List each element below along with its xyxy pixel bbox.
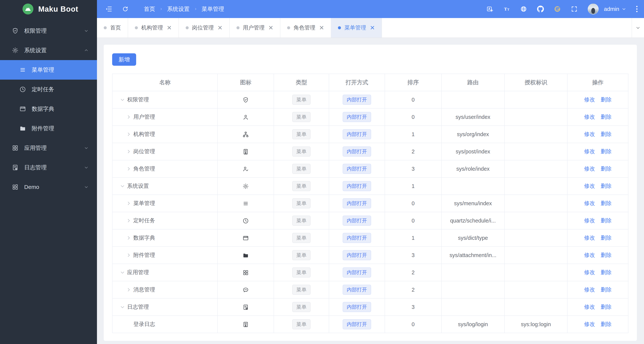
tab-首页[interactable]: 首页 xyxy=(97,18,128,38)
edit-link[interactable]: 修改 xyxy=(584,131,595,137)
delete-link[interactable]: 删除 xyxy=(601,286,612,292)
edit-link[interactable]: 修改 xyxy=(584,269,595,275)
edit-link[interactable]: 修改 xyxy=(584,97,595,103)
github-icon[interactable] xyxy=(537,6,544,13)
menu-name: 应用管理 xyxy=(127,269,149,276)
tab-dot xyxy=(287,26,290,29)
collapse-arrow-icon[interactable] xyxy=(120,97,125,103)
fullscreen-icon[interactable] xyxy=(571,6,578,13)
edit-link[interactable]: 修改 xyxy=(584,148,595,154)
sidebar-item-label: 附件管理 xyxy=(32,125,89,132)
breadcrumb-item[interactable]: 菜单管理 xyxy=(202,5,224,13)
delete-link[interactable]: 删除 xyxy=(601,97,612,103)
delete-link[interactable]: 删除 xyxy=(601,217,612,223)
expand-arrow-icon[interactable] xyxy=(126,252,132,258)
open-mode-tag: 内部打开 xyxy=(343,319,371,329)
log-doc-icon xyxy=(242,304,249,310)
tab-close-icon[interactable]: ✕ xyxy=(167,25,172,31)
refresh-icon[interactable] xyxy=(122,6,128,12)
edit-link[interactable]: 修改 xyxy=(584,286,595,292)
menu-icon xyxy=(242,200,249,207)
delete-link[interactable]: 删除 xyxy=(601,235,612,241)
edit-link[interactable]: 修改 xyxy=(584,252,595,258)
expand-arrow-icon[interactable] xyxy=(126,149,132,154)
tab-close-icon[interactable]: ✕ xyxy=(268,25,274,31)
delete-link[interactable]: 删除 xyxy=(601,200,612,206)
sidebar-item-app-grid[interactable]: 应用管理 xyxy=(0,138,97,158)
kebab-menu-icon[interactable] xyxy=(635,5,639,13)
tab-机构管理[interactable]: 机构管理✕ xyxy=(128,18,179,38)
edit-link[interactable]: 修改 xyxy=(584,217,595,223)
breadcrumb-item[interactable]: 系统设置 xyxy=(167,5,190,13)
edit-link[interactable]: 修改 xyxy=(584,235,595,241)
tab-用户管理[interactable]: 用户管理✕ xyxy=(230,18,280,38)
edit-link[interactable]: 修改 xyxy=(584,166,595,172)
expand-arrow-icon[interactable] xyxy=(126,166,132,172)
type-tag: 菜单 xyxy=(292,198,310,208)
tree-node: 数据字典 xyxy=(114,234,216,242)
edit-link[interactable]: 修改 xyxy=(584,200,595,206)
delete-link[interactable]: 删除 xyxy=(601,304,612,310)
main-column: 首页系统设置菜单管理 A TT xyxy=(97,0,644,344)
expand-arrow-icon[interactable] xyxy=(126,201,132,206)
expand-arrow-icon[interactable] xyxy=(126,287,132,292)
cell-route xyxy=(442,264,504,281)
edit-link[interactable]: 修改 xyxy=(584,183,595,189)
sidebar-item-clock[interactable]: 定时任务 xyxy=(0,80,97,99)
edit-link[interactable]: 修改 xyxy=(584,114,595,120)
font-size-icon[interactable]: TT xyxy=(503,6,510,13)
tab-角色管理[interactable]: 角色管理✕ xyxy=(280,18,331,38)
expand-arrow-icon[interactable] xyxy=(126,114,132,120)
expand-arrow-icon[interactable] xyxy=(126,131,132,137)
cell-name: 机构管理 xyxy=(112,126,218,143)
sidebar-item-gear[interactable]: 系统设置 xyxy=(0,41,97,60)
delete-link[interactable]: 删除 xyxy=(601,321,612,327)
tab-菜单管理[interactable]: 菜单管理✕ xyxy=(331,18,382,38)
org-tree-icon xyxy=(242,131,249,138)
collapse-arrow-icon[interactable] xyxy=(120,304,125,310)
sidebar-item-shield-check[interactable]: 权限管理 xyxy=(0,21,97,41)
collapse-arrow-icon[interactable] xyxy=(120,270,125,275)
delete-link[interactable]: 删除 xyxy=(601,252,612,258)
tab-close-icon[interactable]: ✕ xyxy=(319,25,324,31)
sidebar-item-folder[interactable]: 附件管理 xyxy=(0,119,97,138)
delete-link[interactable]: 删除 xyxy=(601,269,612,275)
menu-fold-icon[interactable] xyxy=(105,6,112,13)
sidebar-item-demo-grid[interactable]: Demo xyxy=(0,177,97,197)
sidebar-item-dict-table[interactable]: 数据字典 xyxy=(0,99,97,119)
sidebar-item-menu[interactable]: 菜单管理 xyxy=(0,60,97,80)
table-row: 数据字典菜单内部打开1sys/dict/type修改删除 xyxy=(112,229,628,247)
delete-link[interactable]: 删除 xyxy=(601,183,612,189)
translate-icon[interactable]: A xyxy=(486,6,493,13)
table-row: 消息管理菜单内部打开2修改删除 xyxy=(112,281,628,298)
cell-actions: 修改删除 xyxy=(567,195,628,212)
delete-link[interactable]: 删除 xyxy=(601,148,612,154)
globe-icon[interactable] xyxy=(520,6,527,13)
type-tag: 菜单 xyxy=(292,95,310,105)
edit-link[interactable]: 修改 xyxy=(584,304,595,310)
table-header-row: 名称图标类型打开方式排序路由授权标识操作 xyxy=(112,74,628,91)
tab-close-icon[interactable]: ✕ xyxy=(218,25,222,31)
expand-arrow-icon[interactable] xyxy=(126,218,132,223)
tab-岗位管理[interactable]: 岗位管理✕ xyxy=(179,18,230,38)
sidebar-item-log-doc[interactable]: 日志管理 xyxy=(0,158,97,177)
username: admin xyxy=(604,6,619,12)
delete-link[interactable]: 删除 xyxy=(601,166,612,172)
add-button[interactable]: 新增 xyxy=(112,53,136,66)
tab-close-icon[interactable]: ✕ xyxy=(370,25,375,31)
edit-link[interactable]: 修改 xyxy=(584,321,595,327)
delete-link[interactable]: 删除 xyxy=(601,131,612,137)
open-mode-tag: 内部打开 xyxy=(343,146,371,157)
user-menu[interactable]: admin xyxy=(604,6,626,12)
delete-link[interactable]: 删除 xyxy=(601,114,612,120)
collapse-arrow-icon[interactable] xyxy=(120,183,125,189)
tab-list-dropdown-icon[interactable] xyxy=(632,18,644,38)
user-avatar[interactable] xyxy=(588,4,598,15)
gitee-icon[interactable] xyxy=(554,6,561,13)
cell-sort: 2 xyxy=(385,143,442,160)
svg-text:T: T xyxy=(507,8,509,11)
cell-route: sys/attachment/in... xyxy=(442,247,504,264)
cell-name: 消息管理 xyxy=(112,281,218,298)
expand-arrow-icon[interactable] xyxy=(126,235,132,241)
breadcrumb-item[interactable]: 首页 xyxy=(144,5,155,13)
